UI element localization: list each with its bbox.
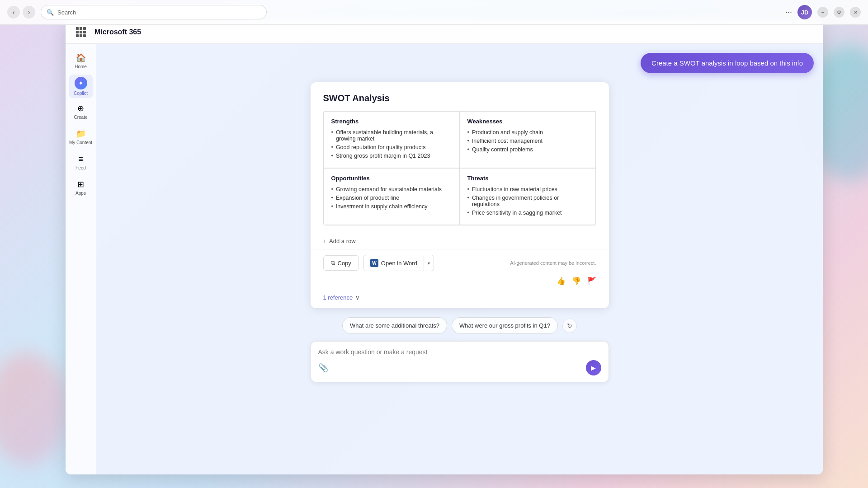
app-grid-button[interactable] xyxy=(75,26,87,38)
list-item: Quality control problems xyxy=(467,146,588,153)
create-icon: ⊕ xyxy=(77,103,84,113)
browser-more-button[interactable]: ··· xyxy=(785,8,792,17)
swot-card-inner: SWOT Analysis Strengths Offers sustainab… xyxy=(311,82,609,233)
sidebar-item-feed[interactable]: ≡ Feed xyxy=(69,150,93,174)
sidebar-label-apps: Apps xyxy=(75,191,86,196)
suggestion-chip-profits[interactable]: What were our gross profits in Q1? xyxy=(452,317,558,334)
sidebar-label-feed: Feed xyxy=(75,165,86,170)
list-item: Offers sustainable building materials, a… xyxy=(331,129,452,142)
opportunities-header: Opportunities xyxy=(331,175,452,182)
app-title: Microsoft 365 xyxy=(94,28,141,36)
open-word-group: W Open in Word ▾ xyxy=(363,255,434,271)
open-word-label: Open in Word xyxy=(381,260,417,267)
forward-button[interactable]: › xyxy=(23,6,35,19)
list-item: Investment in supply chain efficiency xyxy=(331,203,452,210)
copy-label: Copy xyxy=(338,260,351,267)
add-row-label: Add a row xyxy=(329,238,356,244)
swot-cell-threats: Threats Fluctuations in raw material pri… xyxy=(460,168,596,225)
word-icon: W xyxy=(370,259,378,267)
browser-chrome: ‹ › 🔍 Search ··· JD − ⚙ ✕ xyxy=(0,0,868,25)
copilot-panel: Create a SWOT analysis in loop based on … xyxy=(96,44,823,474)
list-item: Good reputation for quality products xyxy=(331,144,452,150)
threats-list: Fluctuations in raw material prices Chan… xyxy=(467,186,588,216)
thumbs-up-icon[interactable]: 👍 xyxy=(557,277,566,285)
suggestion-chip-threats[interactable]: What are some additional threats? xyxy=(342,317,447,334)
search-icon: 🔍 xyxy=(47,9,54,16)
chat-input[interactable] xyxy=(318,348,601,356)
list-item: Expansion of product line xyxy=(331,195,452,201)
weaknesses-header: Weaknesses xyxy=(467,118,588,125)
swot-cell-opportunities: Opportunities Growing demand for sustain… xyxy=(324,168,460,225)
swot-card: SWOT Analysis Strengths Offers sustainab… xyxy=(311,82,609,308)
flag-icon[interactable]: 🚩 xyxy=(587,277,596,285)
apps-icon: ⊞ xyxy=(77,179,84,189)
input-area: 📎 ▶ xyxy=(311,341,609,382)
add-row-button[interactable]: + Add a row xyxy=(311,233,609,249)
copilot-icon: ✦ xyxy=(75,77,87,89)
close-button[interactable]: ✕ xyxy=(850,7,861,18)
thumbs-down-icon[interactable]: 👎 xyxy=(572,277,581,285)
sidebar-item-create[interactable]: ⊕ Create xyxy=(69,100,93,123)
my-content-icon: 📁 xyxy=(76,129,86,139)
decorative-pink xyxy=(0,352,68,465)
ai-disclaimer: AI-generated content may be incorrect. xyxy=(510,260,596,266)
browser-nav-buttons: ‹ › xyxy=(7,6,35,19)
swot-title: SWOT Analysis xyxy=(323,93,596,103)
sidebar-item-home[interactable]: 🏠 Home xyxy=(69,49,93,73)
sidebar-label-my-content: My Content xyxy=(69,140,92,145)
suggestions-row: What are some additional threats? What w… xyxy=(342,317,577,334)
list-item: Changes in government policies or regula… xyxy=(467,195,588,207)
send-button[interactable]: ▶ xyxy=(586,360,601,375)
browser-search-bar[interactable]: 🔍 Search xyxy=(41,5,267,19)
list-item: Fluctuations in raw material prices xyxy=(467,186,588,192)
feedback-row: 👍 👎 🚩 xyxy=(311,277,609,290)
main-content: Create a SWOT analysis in loop based on … xyxy=(96,44,823,474)
grid-icon xyxy=(76,27,86,37)
sidebar-label-create: Create xyxy=(74,115,87,120)
list-item: Strong gross profit margin in Q1 2023 xyxy=(331,153,452,159)
sidebar-item-apps[interactable]: ⊞ Apps xyxy=(69,176,93,199)
app-window: Microsoft 365 🏠 Home ✦ Copilot ⊕ Create … xyxy=(66,20,823,474)
open-word-dropdown[interactable]: ▾ xyxy=(424,255,434,271)
sidebar-item-my-content[interactable]: 📁 My Content xyxy=(69,125,93,149)
back-button[interactable]: ‹ xyxy=(7,6,20,19)
list-item: Inefficient cost management xyxy=(467,138,588,144)
refresh-suggestions-button[interactable]: ↻ xyxy=(562,319,577,333)
copy-icon: ⧉ xyxy=(331,259,335,267)
create-swot-button[interactable]: Create a SWOT analysis in loop based on … xyxy=(641,53,814,73)
browser-right-controls: ··· JD − ⚙ ✕ xyxy=(785,5,861,19)
sidebar-label-home: Home xyxy=(75,64,87,69)
copy-button[interactable]: ⧉ Copy xyxy=(323,255,359,271)
threats-header: Threats xyxy=(467,175,588,182)
sidebar: 🏠 Home ✦ Copilot ⊕ Create 📁 My Content ≡… xyxy=(66,44,96,474)
plus-icon: + xyxy=(323,238,327,244)
list-item: Production and supply chain xyxy=(467,129,588,136)
weaknesses-list: Production and supply chain Inefficient … xyxy=(467,129,588,153)
chevron-down-icon: ∨ xyxy=(355,294,360,301)
minimize-button[interactable]: − xyxy=(817,7,828,18)
strengths-list: Offers sustainable building materials, a… xyxy=(331,129,452,159)
strengths-header: Strengths xyxy=(331,118,452,125)
swot-cell-strengths: Strengths Offers sustainable building ma… xyxy=(324,111,460,168)
list-item: Price sensitivity in a sagging market xyxy=(467,210,588,216)
open-word-button[interactable]: W Open in Word xyxy=(363,255,424,271)
settings-button[interactable]: ⚙ xyxy=(834,7,844,18)
feed-icon: ≡ xyxy=(78,155,83,164)
reference-count: 1 reference xyxy=(323,294,353,301)
swot-grid: Strengths Offers sustainable building ma… xyxy=(323,111,596,225)
avatar[interactable]: JD xyxy=(797,5,812,19)
input-bottom-bar: 📎 ▶ xyxy=(318,360,601,375)
sidebar-item-copilot[interactable]: ✦ Copilot xyxy=(69,75,93,98)
search-text: Search xyxy=(57,9,76,16)
home-icon: 🏠 xyxy=(76,53,86,63)
sidebar-label-copilot: Copilot xyxy=(74,91,88,96)
opportunities-list: Growing demand for sustainable materials… xyxy=(331,186,452,210)
list-item: Growing demand for sustainable materials xyxy=(331,186,452,192)
reference-row[interactable]: 1 reference ∨ xyxy=(311,290,609,308)
swot-cell-weaknesses: Weaknesses Production and supply chain I… xyxy=(460,111,596,168)
attach-icon[interactable]: 📎 xyxy=(318,363,328,373)
swot-actions: ⧉ Copy W Open in Word ▾ AI-generated con… xyxy=(311,249,609,277)
